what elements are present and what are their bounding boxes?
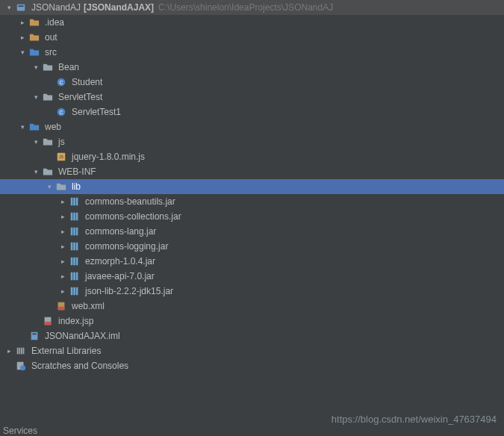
package-icon [42,61,54,73]
module-icon [15,1,27,13]
chevron-right-icon[interactable] [16,34,28,41]
file-label: JSONandAJAX.iml [45,331,120,341]
folder-icon [42,166,54,178]
svg-rect-19 [76,243,78,251]
chevron-right-icon[interactable] [57,198,69,205]
jar-icon [69,240,81,252]
folder-label: src [45,47,57,57]
jar-lang[interactable]: commons-lang.jar [0,224,504,239]
chevron-down-icon[interactable] [30,138,42,146]
chevron-right-icon[interactable] [57,228,69,235]
package-bean[interactable]: Bean [0,60,504,75]
svg-rect-10 [76,198,78,206]
svg-rect-1 [19,5,24,7]
svg-rect-12 [73,213,75,221]
services-tab[interactable]: Services [3,426,37,436]
jar-label: commons-logging.jar [85,241,168,252]
folder-webinf[interactable]: WEB-INF [0,164,504,179]
file-indexjsp[interactable]: index.jsp [0,314,504,328]
project-tree: JSONandAJ [JSONandAJAX] C:\Users\shinelo… [0,0,504,373]
jar-icon [69,196,81,208]
class-student[interactable]: C Student [0,75,504,90]
svg-rect-20 [71,258,73,266]
class-icon: C [55,76,67,88]
xml-file-icon [55,300,67,312]
folder-js[interactable]: js [0,134,504,149]
chevron-right-icon[interactable] [57,213,69,220]
jar-collections[interactable]: commons-collections.jar [0,209,504,224]
class-servlettest1[interactable]: C ServletTest1 [0,105,504,119]
file-iml[interactable]: JSONandAJAX.iml [0,328,504,343]
jar-logging[interactable]: commons-logging.jar [0,239,504,254]
svg-rect-9 [73,198,75,206]
svg-rect-32 [45,322,52,325]
svg-rect-11 [71,213,73,221]
jar-ezmorph[interactable]: ezmorph-1.0.4.jar [0,254,504,269]
svg-text:C: C [59,80,63,85]
folder-label: .idea [45,17,64,28]
svg-rect-15 [73,228,75,236]
svg-point-40 [20,365,25,370]
svg-rect-36 [19,348,20,355]
chevron-right-icon[interactable] [57,272,69,280]
class-label: Student [72,77,102,87]
class-icon: C [55,106,67,118]
chevron-down-icon[interactable] [30,63,42,71]
svg-rect-25 [76,272,78,281]
jar-label: commons-lang.jar [85,226,156,237]
external-libraries[interactable]: External Libraries [0,343,504,358]
chevron-down-icon[interactable] [30,168,42,175]
folder-web[interactable]: web [0,119,504,134]
svg-rect-27 [73,287,75,296]
project-name: JSONandAJ [31,2,81,13]
chevron-down-icon[interactable] [16,123,28,131]
file-label: index.jsp [58,316,93,326]
package-servlettest[interactable]: ServletTest [0,90,504,105]
chevron-down-icon[interactable] [3,4,15,11]
folder-label: WEB-INF [58,166,96,177]
chevron-down-icon[interactable] [16,49,28,56]
web-folder-icon [28,121,40,133]
svg-rect-24 [73,272,75,281]
project-path: C:\Users\shinelon\IdeaProjects\JSONandAJ [158,2,333,13]
svg-rect-18 [73,243,75,251]
svg-rect-34 [32,334,36,335]
svg-rect-23 [71,272,73,281]
jar-jsonlib[interactable]: json-lib-2.2.2-jdk15.jar [0,284,504,299]
folder-label: js [58,137,65,147]
project-root[interactable]: JSONandAJ [JSONandAJAX] C:\Users\shinelo… [0,0,504,15]
folder-icon [55,181,67,193]
folder-src[interactable]: src [0,45,504,60]
folder-icon [42,136,54,148]
jsp-file-icon [42,315,54,327]
chevron-right-icon[interactable] [16,19,28,26]
chevron-right-icon[interactable] [3,347,15,355]
iml-file-icon [28,330,40,342]
source-folder-icon [28,46,40,58]
svg-rect-14 [71,228,73,236]
scratches-consoles[interactable]: Scratches and Consoles [0,358,504,373]
file-webxml[interactable]: web.xml [0,299,504,314]
folder-lib[interactable]: lib [0,179,504,194]
svg-rect-28 [76,287,78,296]
folder-idea[interactable]: .idea [0,15,504,30]
jar-icon [69,285,81,297]
chevron-down-icon[interactable] [43,183,55,190]
folder-label: web [45,122,61,132]
jar-javaee[interactable]: javaee-api-7.0.jar [0,269,504,284]
chevron-down-icon[interactable] [30,93,42,101]
chevron-right-icon[interactable] [57,258,69,265]
external-label: External Libraries [31,346,101,356]
chevron-right-icon[interactable] [57,243,69,250]
file-jquery[interactable]: JS jquery-1.8.0.min.js [0,149,504,164]
package-label: Bean [58,62,79,72]
scratch-icon [15,360,27,372]
svg-rect-17 [71,243,73,251]
svg-rect-22 [76,258,78,266]
svg-rect-30 [58,307,65,310]
chevron-right-icon[interactable] [57,287,69,295]
svg-rect-0 [17,4,25,11]
jar-beanutils[interactable]: commons-beanutils.jar [0,194,504,209]
svg-rect-21 [73,258,75,266]
folder-out[interactable]: out [0,30,504,45]
